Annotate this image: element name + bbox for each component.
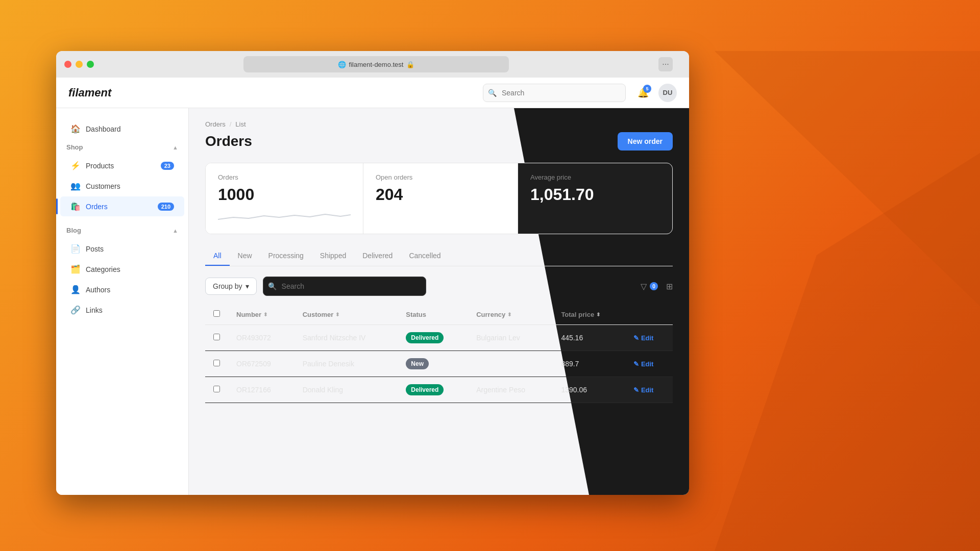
breadcrumb: Orders / List [205,120,673,128]
customers-icon: 👥 [70,181,81,191]
breadcrumb-list[interactable]: List [235,120,246,128]
th-total-price: Total price ⬍ [553,304,625,325]
close-button[interactable] [64,61,71,68]
row-currency: Argentine Peso [468,377,553,403]
row-total: 889.7 [553,351,625,377]
tab-delivered[interactable]: Delivered [354,246,401,266]
svg-marker-0 [715,51,980,306]
orders-icon: 🛍️ [70,202,81,211]
sidebar-section-shop[interactable]: Shop ▲ [56,139,188,155]
minimize-button[interactable] [76,61,83,68]
sidebar-item-posts[interactable]: 📄 Posts [60,239,184,259]
columns-button[interactable]: ⊞ [666,282,673,291]
tab-cancelled[interactable]: Cancelled [401,246,449,266]
row-edit: ✎ Edit [625,377,673,403]
row-number: OR127166 [228,377,295,403]
search-input[interactable] [483,84,626,102]
sort-customer[interactable]: Customer ⬍ [303,311,390,318]
sort-number[interactable]: Number ⬍ [236,311,286,318]
global-search: 🔍 [483,84,626,102]
sidebar-item-categories[interactable]: 🗂️ Categories [60,259,184,279]
th-actions [625,304,673,325]
top-nav-actions: 🔔 5 DU [634,84,677,102]
stat-orders: Orders 1000 [206,163,363,234]
edit-button[interactable]: ✎ Edit [633,334,654,342]
tab-shipped[interactable]: Shipped [312,246,354,266]
row-checkbox [205,351,228,377]
orders-table: Number ⬍ Customer ⬍ Status [205,304,673,403]
search-icon: 🔍 [488,89,497,97]
table-actions: ▽ 0 ⊞ [636,280,673,293]
row-customer: Sanford Nitzsche IV [295,325,398,351]
row-select-checkbox[interactable] [213,334,220,340]
chevron-down-icon: ▾ [246,282,249,290]
sort-icon: ⬍ [263,312,267,317]
stat-open-orders-value: 204 [376,185,505,204]
table-toolbar: Group by ▾ 🔍 ▽ 0 ⊞ [205,277,673,296]
select-all-checkbox[interactable] [213,310,220,317]
stats-row: Orders 1000 Open orders 204 Average [205,163,673,234]
row-select-checkbox[interactable] [213,386,220,392]
products-badge: 23 [161,162,174,170]
sidebar-item-authors[interactable]: 👤 Authors [60,280,184,299]
lock-icon: 🔒 [406,61,414,68]
sort-total-price[interactable]: Total price ⬍ [561,311,617,318]
sidebar-item-label: Dashboard [86,125,121,133]
status-badge: Delivered [406,332,444,343]
row-number: OR672509 [228,351,295,377]
stat-open-orders: Open orders 204 [363,163,518,234]
sidebar-section-blog[interactable]: Blog ▲ [56,222,188,238]
edit-label: Edit [641,360,654,368]
filter-button[interactable]: ▽ 0 [636,280,662,293]
table-search-input[interactable] [263,277,426,296]
sidebar-item-products[interactable]: ⚡ Products 23 [60,156,184,176]
page-header: Orders New order [205,132,673,151]
sidebar-item-dashboard[interactable]: 🏠 Dashboard [60,119,184,139]
row-currency: Bulgarian Lev [468,325,553,351]
browser-menu-button[interactable]: ··· [658,57,673,71]
app-logo: filament [68,86,111,99]
tab-processing[interactable]: Processing [260,246,312,266]
folder-icon: 🗂️ [70,264,81,274]
stat-avg-price-value: 1,051.70 [530,185,660,204]
chevron-up-icon: ▲ [173,228,178,234]
avatar[interactable]: DU [658,84,677,102]
sidebar-item-label: Orders [86,203,108,211]
th-customer: Customer ⬍ [295,304,398,325]
section-blog-label: Blog [66,227,81,234]
sidebar-item-label: Customers [86,182,120,190]
sidebar-item-orders[interactable]: 🛍️ Orders 210 [60,196,184,216]
edit-button[interactable]: ✎ Edit [633,386,654,394]
row-edit: ✎ Edit [625,351,673,377]
notifications-button[interactable]: 🔔 5 [634,84,652,102]
section-shop-label: Shop [66,143,83,151]
new-order-button[interactable]: New order [618,132,673,151]
row-select-checkbox[interactable] [213,360,220,366]
breadcrumb-orders[interactable]: Orders [205,120,226,128]
maximize-button[interactable] [87,61,94,68]
group-by-button[interactable]: Group by ▾ [205,278,257,295]
edit-label: Edit [641,386,654,394]
link-icon: 🔗 [70,305,81,315]
lightning-icon: ⚡ [70,161,81,170]
edit-icon: ✎ [633,334,639,342]
address-bar[interactable]: 🌐 filament-demo.test 🔒 [243,56,509,72]
page-title: Orders [205,133,252,149]
sidebar-item-label: Authors [86,286,110,294]
table-row: OR493072 Sanford Nitzsche IV Delivered B… [205,325,673,351]
tab-all[interactable]: All [205,246,230,266]
tab-new[interactable]: New [230,246,260,266]
row-number: OR493072 [228,325,295,351]
edit-button[interactable]: ✎ Edit [633,360,654,368]
row-currency [468,351,553,377]
stat-orders-value: 1000 [218,185,351,204]
orders-sparkline [218,208,351,223]
stat-open-orders-label: Open orders [376,173,505,181]
row-status: New [398,351,468,377]
sidebar-item-links[interactable]: 🔗 Links [60,300,184,320]
sidebar-item-customers[interactable]: 👥 Customers [60,176,184,196]
sort-currency[interactable]: Currency ⬍ [476,311,545,318]
sort-icon: ⬍ [507,312,511,317]
content-area: Orders / List Orders New order Orders 10… [189,108,689,495]
sort-icon: ⬍ [596,312,600,317]
